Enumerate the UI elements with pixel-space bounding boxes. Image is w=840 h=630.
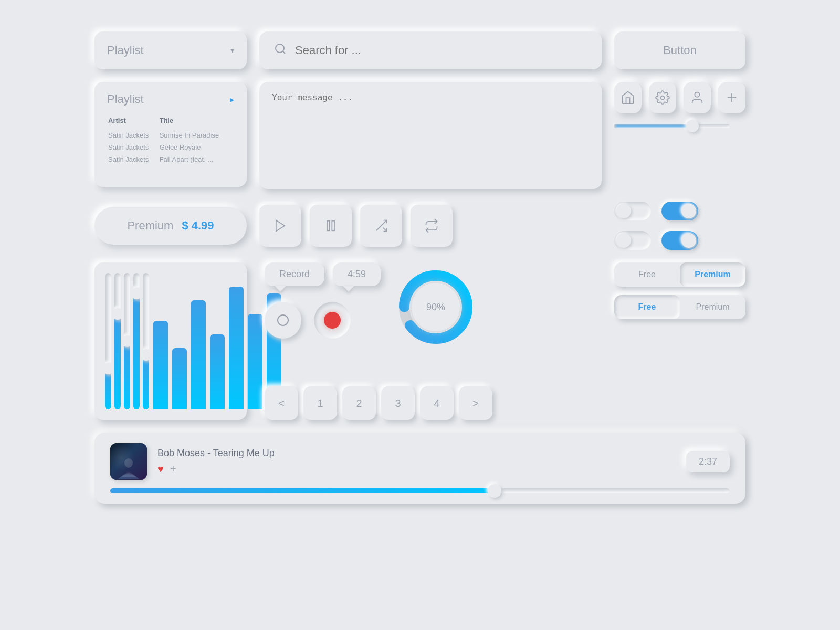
svg-point-11	[278, 315, 288, 326]
eq-slider-1[interactable]	[105, 273, 111, 410]
dropdown-label: Playlist	[107, 44, 144, 57]
plan-selector-2[interactable]: Free Premium	[614, 295, 746, 319]
toggle-switch-3[interactable]	[614, 231, 651, 250]
track-actions: ♥ +	[158, 463, 676, 475]
eq-slider-2[interactable]	[114, 273, 121, 410]
shuffle-button[interactable]	[360, 205, 402, 247]
equalizer-section	[94, 262, 247, 420]
svg-marker-6	[276, 220, 285, 232]
button-label: Button	[663, 44, 697, 57]
page-1-button[interactable]: 1	[303, 386, 337, 420]
add-to-playlist-button[interactable]: +	[170, 463, 176, 475]
table-row[interactable]: Satin Jackets Sunrise In Paradise	[108, 130, 233, 141]
table-row[interactable]: Satin Jackets Fall Apart (feat. ...	[108, 154, 233, 165]
svg-line-10	[383, 228, 387, 232]
playlist-title: Playlist	[107, 92, 144, 106]
record-active-button[interactable]	[314, 302, 351, 339]
record-tooltip: Record	[265, 262, 324, 286]
svg-rect-7	[327, 221, 330, 231]
toggle-switch-2[interactable]	[662, 202, 698, 220]
premium-label: Premium	[127, 219, 173, 233]
col-artist: Artist	[108, 117, 159, 129]
volume-slider-container	[614, 124, 746, 128]
track-details: Bob Moses - Tearing Me Up ♥ +	[158, 448, 676, 475]
progress-bar[interactable]	[110, 488, 730, 494]
premium-badge[interactable]: Premium $ 4.99	[94, 207, 247, 245]
repeat-button[interactable]	[411, 205, 453, 247]
svg-point-2	[661, 96, 665, 100]
favorite-button[interactable]: ♥	[158, 463, 164, 475]
progress-fill	[110, 488, 495, 494]
home-button[interactable]	[614, 82, 642, 113]
dropdown-chevron: ▾	[230, 46, 234, 55]
record-area: Record 4:59	[265, 262, 381, 339]
time-display: 2:37	[686, 451, 730, 472]
plan-selector-1[interactable]: Free Premium	[614, 262, 746, 287]
svg-line-1	[283, 51, 285, 54]
search-container	[259, 32, 602, 69]
plan-free-1[interactable]: Free	[614, 262, 680, 287]
svg-point-15	[124, 458, 133, 468]
playlist-expand-chevron[interactable]: ▸	[230, 94, 234, 104]
search-icon	[274, 43, 287, 58]
progress-knob[interactable]	[488, 484, 501, 498]
premium-price: $ 4.99	[182, 219, 214, 233]
album-art	[110, 443, 147, 480]
toggle-switch-4[interactable]	[662, 231, 698, 250]
svg-rect-8	[332, 221, 334, 231]
eq-slider-5[interactable]	[143, 273, 149, 410]
middle-section: Record 4:59	[259, 262, 602, 420]
time-label: 4:59	[348, 269, 366, 279]
eq-slider-3[interactable]	[124, 273, 130, 410]
add-button[interactable]	[718, 82, 746, 113]
plan-premium-1[interactable]: Premium	[680, 262, 746, 287]
record-empty-button[interactable]	[265, 302, 301, 339]
eq-slider-4[interactable]	[133, 273, 140, 410]
volume-slider[interactable]	[614, 124, 730, 128]
svg-point-3	[695, 92, 699, 97]
settings-button[interactable]	[649, 82, 676, 113]
main-button[interactable]: Button	[614, 32, 746, 69]
playlist-expanded: Playlist ▸ Artist Title Satin Jackets Su…	[94, 82, 247, 187]
donut-chart: 90%	[391, 262, 480, 352]
plan-premium-2[interactable]: Premium	[680, 295, 746, 319]
user-button[interactable]	[684, 82, 711, 113]
icon-buttons-group	[614, 82, 746, 113]
message-textarea-container	[259, 82, 602, 189]
player-controls	[259, 205, 602, 247]
page-2-button[interactable]: 2	[342, 386, 376, 420]
page-prev-button[interactable]: <	[265, 386, 298, 420]
playlist-table: Artist Title Satin Jackets Sunrise In Pa…	[107, 116, 234, 166]
playlist-dropdown-simple[interactable]: Playlist ▾	[94, 32, 247, 69]
track-time: 2:37	[699, 456, 717, 467]
time-tooltip: 4:59	[333, 262, 381, 286]
col-title: Title	[160, 117, 233, 129]
pause-button[interactable]	[310, 205, 352, 247]
track-title: Bob Moses - Tearing Me Up	[158, 448, 676, 459]
message-textarea[interactable]	[272, 92, 589, 176]
search-input[interactable]	[295, 44, 587, 57]
play-button[interactable]	[259, 205, 301, 247]
record-dot	[324, 312, 341, 329]
table-row[interactable]: Satin Jackets Gelee Royale	[108, 142, 233, 153]
toggle-column	[614, 202, 746, 250]
plan-free-2[interactable]: Free	[614, 295, 680, 319]
bottom-player: Bob Moses - Tearing Me Up ♥ + 2:37	[94, 433, 746, 504]
page-4-button[interactable]: 4	[420, 386, 454, 420]
page-3-button[interactable]: 3	[381, 386, 415, 420]
toggle-switch-1[interactable]	[614, 202, 651, 220]
record-label: Record	[279, 269, 310, 279]
page-next-button[interactable]: >	[459, 386, 492, 420]
donut-percent-label: 90%	[426, 302, 445, 313]
plan-section: Free Premium Free Premium	[614, 262, 746, 420]
svg-point-0	[276, 44, 284, 52]
